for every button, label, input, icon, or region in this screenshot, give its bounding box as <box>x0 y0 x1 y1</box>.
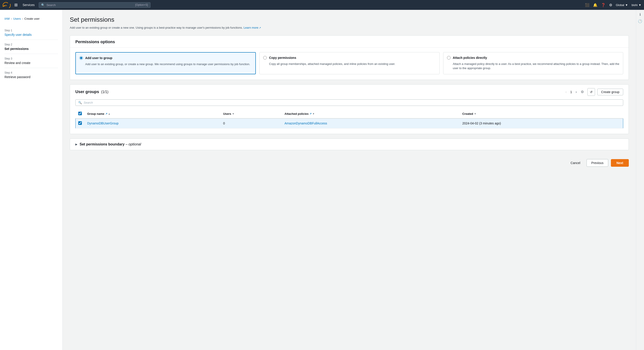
breadcrumb-sep-1: › <box>11 17 12 20</box>
step-1-link[interactable]: Specify user details <box>4 33 32 37</box>
users-sort-icon[interactable]: ▼ <box>232 113 234 115</box>
services-nav[interactable]: Services <box>21 3 36 7</box>
perm-option-copy-desc: Copy all group memberships, attached man… <box>263 62 436 66</box>
permissions-options-title: Permissions options <box>70 36 628 48</box>
step-4-name: Retrieve password <box>4 75 58 79</box>
next-page-button[interactable]: › <box>574 89 578 95</box>
learn-more-link[interactable]: Learn more↗ <box>244 26 261 29</box>
info-icon[interactable]: ℹ <box>640 13 641 17</box>
perm-radio-add-to-group[interactable] <box>80 56 83 60</box>
perm-option-copy[interactable]: Copy permissions Copy all group membersh… <box>260 52 440 74</box>
user-menu[interactable]: bishi ▼ <box>632 3 641 7</box>
step-1: Step 1 Specify user details <box>4 26 58 40</box>
permissions-boundary-title: Set permissions boundary – optional <box>80 142 141 146</box>
permissions-options-card: Permissions options Add user to group Ad… <box>70 35 629 80</box>
previous-button[interactable]: Previous <box>586 159 608 167</box>
group-name-sort-icon[interactable]: ▲ <box>108 113 110 115</box>
clock-icon[interactable]: 🕐 <box>638 19 642 23</box>
steps-nav: Step 1 Specify user details Step 2 Set p… <box>0 24 62 84</box>
perm-radio-copy[interactable] <box>263 56 267 60</box>
search-icon: 🔍 <box>78 101 82 104</box>
step-2: Step 2 Set permissions <box>4 40 58 54</box>
page-subtitle: Add user to an existing group or create … <box>70 26 629 30</box>
main-content: Set permissions Add user to an existing … <box>62 10 636 350</box>
bell-icon[interactable]: 🔔 <box>593 3 598 7</box>
groups-count: (1/1) <box>101 90 108 94</box>
attached-policies-th: Attached policies ↗ ▼ <box>282 109 460 118</box>
prev-page-button[interactable]: ‹ <box>564 89 568 95</box>
step-3-label: Step 3 <box>4 57 58 60</box>
step-2-name: Set permissions <box>4 47 58 51</box>
page-number: 1 <box>569 90 573 94</box>
groups-header: User groups (1/1) ‹ 1 › ⚙ ↺ Create group <box>70 85 628 99</box>
perm-option-add-to-group[interactable]: Add user to group Add user to an existin… <box>75 52 256 74</box>
groups-search-input[interactable] <box>84 101 620 104</box>
breadcrumb-iam[interactable]: IAM <box>4 17 10 20</box>
search-input[interactable] <box>46 3 134 7</box>
aws-logo[interactable]: aws <box>3 2 11 8</box>
pagination-settings-icon[interactable]: ⚙ <box>580 89 585 95</box>
breadcrumb: IAM › Users › Create user <box>0 14 62 24</box>
attached-policy-link[interactable]: AmazonDynamoDBFullAccess <box>284 122 327 125</box>
users-th: Users ▼ <box>220 109 282 118</box>
search-shortcut: [Option+S] <box>135 3 148 7</box>
right-sidebar: ℹ 🕐 <box>636 10 644 350</box>
perm-option-add-to-group-title: Add user to group <box>85 56 112 60</box>
breadcrumb-sep-2: › <box>22 17 23 20</box>
perm-option-attach-directly[interactable]: Attach policies directly Attach a manage… <box>443 52 623 74</box>
row-checkbox[interactable] <box>78 121 82 125</box>
sidebar: IAM › Users › Create user Step 1 Specify… <box>0 10 62 350</box>
attached-policies-sort-icon[interactable]: ▼ <box>312 113 314 115</box>
region-selector[interactable]: Global ▼ <box>616 3 628 7</box>
perm-radio-attach-directly[interactable] <box>447 56 450 60</box>
breadcrumb-current: Create user <box>24 17 40 20</box>
created-th: Created ▼ <box>460 109 623 118</box>
row-created: 2024-04-02 (3 minutes ago) <box>460 118 623 128</box>
groups-table: Group name ↗ ▲ Users ▼ <box>75 109 623 128</box>
row-group-name: DynamoDBUserGroup <box>84 118 220 128</box>
top-navigation: aws ⊞ Services 🔍 [Option+S] ⬛ 🔔 ❓ ⚙ Glob… <box>0 0 644 10</box>
select-all-th <box>76 109 85 118</box>
perm-option-attach-directly-desc: Attach a managed policy directly to a us… <box>447 62 620 71</box>
grid-icon[interactable]: ⊞ <box>14 2 18 8</box>
permissions-boundary-header[interactable]: ▶ Set permissions boundary – optional <box>70 139 628 150</box>
external-link-icon: ↗ <box>259 27 261 29</box>
group-name-th: Group name ↗ ▲ <box>84 109 220 118</box>
pagination: ‹ 1 › ⚙ <box>564 89 585 95</box>
step-3-name: Review and create <box>4 61 58 65</box>
step-1-name: Specify user details <box>4 33 58 37</box>
breadcrumb-users[interactable]: Users <box>13 17 21 20</box>
next-button[interactable]: Next <box>611 159 629 167</box>
step-1-label: Step 1 <box>4 29 58 32</box>
help-icon[interactable]: ❓ <box>601 3 606 7</box>
boundary-expand-icon[interactable]: ▶ <box>75 143 77 146</box>
refresh-button[interactable]: ↺ <box>588 88 595 96</box>
create-group-button[interactable]: Create group <box>597 89 623 95</box>
select-all-checkbox[interactable] <box>78 112 82 115</box>
step-2-label: Step 2 <box>4 43 58 46</box>
perm-option-attach-directly-title: Attach policies directly <box>453 56 487 60</box>
group-name-link[interactable]: DynamoDBUserGroup <box>87 122 118 125</box>
created-sort-icon[interactable]: ▼ <box>474 113 476 115</box>
cancel-button[interactable]: Cancel <box>567 159 584 167</box>
groups-table-wrapper: Group name ↗ ▲ Users ▼ <box>70 109 628 134</box>
step-4-label: Step 4 <box>4 71 58 74</box>
row-checkbox-cell <box>76 118 85 128</box>
page-title: Set permissions <box>70 16 629 23</box>
table-row: DynamoDBUserGroup 0 AmazonDynamoDBFullAc… <box>76 118 623 128</box>
groups-title-area: User groups (1/1) <box>75 90 108 94</box>
perm-option-add-to-group-desc: Add user to an existing group, or create… <box>80 62 252 67</box>
groups-search-bar[interactable]: 🔍 <box>75 99 623 106</box>
groups-title: User groups (1/1) <box>75 90 108 94</box>
step-3: Step 3 Review and create <box>4 54 58 68</box>
step-4: Step 4 Retrieve password <box>4 68 58 82</box>
search-bar[interactable]: 🔍 [Option+S] <box>39 2 150 8</box>
perm-option-copy-title: Copy permissions <box>269 56 296 60</box>
nav-icons: ⬛ 🔔 ❓ ⚙ Global ▼ bishi ▼ <box>585 3 641 7</box>
settings-icon[interactable]: ⚙ <box>609 3 612 7</box>
groups-actions: ‹ 1 › ⚙ ↺ Create group <box>564 88 623 96</box>
row-users: 0 <box>220 118 282 128</box>
terminal-icon[interactable]: ⬛ <box>585 3 590 7</box>
permissions-options-list: Add user to group Add user to an existin… <box>70 48 628 80</box>
svg-text:aws: aws <box>4 5 7 7</box>
